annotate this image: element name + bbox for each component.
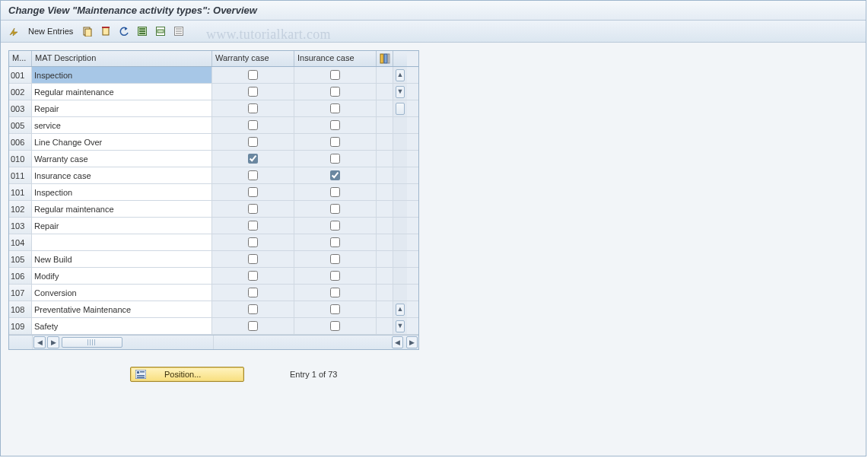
warranty-checkbox[interactable]: [248, 271, 258, 281]
vscroll-up-icon[interactable]: ▲: [396, 69, 405, 81]
cell-desc[interactable]: Inspection: [32, 67, 212, 83]
table-row[interactable]: 006Line Change Over: [9, 134, 418, 151]
cell-desc[interactable]: Conversion: [32, 285, 212, 301]
new-entries-button[interactable]: New Entries: [25, 27, 76, 36]
cell-desc[interactable]: Insurance case: [32, 167, 212, 183]
cell-code[interactable]: 001: [9, 67, 32, 83]
table-row[interactable]: 011Insurance case: [9, 167, 418, 184]
warranty-checkbox[interactable]: [248, 137, 258, 147]
table-row[interactable]: 001Inspection▲: [9, 67, 418, 84]
cell-code[interactable]: 104: [9, 234, 32, 250]
insurance-checkbox[interactable]: [330, 187, 340, 197]
toggle-icon[interactable]: [7, 24, 21, 38]
insurance-checkbox[interactable]: [330, 254, 340, 264]
hscroll-right-icon[interactable]: ▶: [47, 336, 59, 348]
insurance-checkbox[interactable]: [330, 137, 340, 147]
cell-desc[interactable]: Line Change Over: [32, 134, 212, 150]
col-header-ins[interactable]: Insurance case: [294, 51, 377, 66]
cell-code[interactable]: 010: [9, 151, 32, 167]
col-header-warr[interactable]: Warranty case: [212, 51, 294, 66]
table-row[interactable]: 108Preventative Maintenance▲: [9, 301, 418, 318]
warranty-checkbox[interactable]: [248, 288, 258, 297]
table-row[interactable]: 102Regular maintenance: [9, 201, 418, 218]
table-row[interactable]: 105New Build: [9, 251, 418, 268]
insurance-checkbox[interactable]: [330, 103, 340, 113]
cell-code[interactable]: 103: [9, 218, 32, 234]
cell-desc[interactable]: Inspection: [32, 184, 212, 200]
insurance-checkbox[interactable]: [330, 288, 340, 297]
cell-desc[interactable]: Repair: [32, 218, 212, 234]
position-button[interactable]: Position...: [130, 367, 244, 382]
warranty-checkbox[interactable]: [248, 120, 258, 130]
cell-code[interactable]: 105: [9, 251, 32, 267]
hscroll-nav-left-icon[interactable]: ◀: [392, 336, 403, 348]
cell-desc[interactable]: Repair: [32, 100, 212, 116]
warranty-checkbox[interactable]: [248, 204, 258, 214]
warranty-checkbox[interactable]: [248, 170, 258, 180]
insurance-checkbox[interactable]: [330, 271, 340, 281]
vscroll-thumb[interactable]: [396, 103, 405, 115]
cell-desc[interactable]: Modify: [32, 268, 212, 284]
warranty-checkbox[interactable]: [248, 187, 258, 197]
insurance-checkbox[interactable]: [330, 204, 340, 214]
cell-code[interactable]: 106: [9, 268, 32, 284]
cell-code[interactable]: 109: [9, 318, 32, 334]
undo-icon[interactable]: [117, 24, 131, 38]
cell-desc[interactable]: Warranty case: [32, 151, 212, 167]
table-row[interactable]: 010Warranty case: [9, 151, 418, 167]
insurance-checkbox[interactable]: [330, 321, 340, 331]
insurance-checkbox[interactable]: [330, 154, 340, 164]
warranty-checkbox[interactable]: [248, 70, 258, 80]
insurance-checkbox[interactable]: [330, 304, 340, 314]
warranty-checkbox[interactable]: [248, 254, 258, 264]
cell-code[interactable]: 003: [9, 100, 32, 116]
table-row[interactable]: 003Repair: [9, 100, 418, 117]
warranty-checkbox[interactable]: [248, 154, 258, 164]
cell-desc[interactable]: service: [32, 117, 212, 133]
vscroll-down-icon[interactable]: ▼: [396, 320, 405, 332]
insurance-checkbox[interactable]: [330, 170, 340, 180]
warranty-checkbox[interactable]: [248, 237, 258, 247]
insurance-checkbox[interactable]: [330, 221, 340, 231]
cell-code[interactable]: 108: [9, 301, 32, 317]
cell-desc[interactable]: Regular maintenance: [32, 201, 212, 217]
cell-code[interactable]: 005: [9, 117, 32, 133]
hscroll-left-icon[interactable]: ◀: [33, 336, 46, 348]
cell-code[interactable]: 011: [9, 167, 32, 183]
vscroll-up-step-icon[interactable]: ▲: [396, 304, 405, 316]
insurance-checkbox[interactable]: [330, 120, 340, 130]
table-row[interactable]: 002Regular maintenance▼: [9, 84, 418, 100]
warranty-checkbox[interactable]: [248, 87, 258, 97]
insurance-checkbox[interactable]: [330, 87, 340, 97]
table-row[interactable]: 005service: [9, 117, 418, 134]
table-row[interactable]: 107Conversion: [9, 285, 418, 301]
cell-code[interactable]: 102: [9, 201, 32, 217]
delete-icon[interactable]: [99, 24, 113, 38]
col-header-code[interactable]: M...: [9, 51, 32, 66]
table-row[interactable]: 103Repair: [9, 218, 418, 234]
cell-desc[interactable]: Regular maintenance: [32, 84, 212, 100]
insurance-checkbox[interactable]: [330, 237, 340, 247]
hscroll-nav-right-icon[interactable]: ▶: [406, 336, 418, 348]
select-block-icon[interactable]: [154, 24, 167, 38]
hscroll-thumb[interactable]: [62, 337, 122, 348]
warranty-checkbox[interactable]: [248, 221, 258, 231]
insurance-checkbox[interactable]: [330, 70, 340, 80]
warranty-checkbox[interactable]: [248, 304, 258, 314]
deselect-icon[interactable]: [172, 24, 186, 38]
table-row[interactable]: 106Modify: [9, 268, 418, 285]
cell-desc[interactable]: [32, 234, 212, 250]
col-header-desc[interactable]: MAT Description: [32, 51, 212, 66]
table-row[interactable]: 109Safety▼: [9, 318, 418, 335]
cell-code[interactable]: 006: [9, 134, 32, 150]
cell-desc[interactable]: Safety: [32, 318, 212, 334]
table-row[interactable]: 104: [9, 234, 418, 251]
cell-desc[interactable]: Preventative Maintenance: [32, 301, 212, 317]
copy-icon[interactable]: [81, 24, 94, 38]
cell-desc[interactable]: New Build: [32, 251, 212, 267]
configure-columns-icon[interactable]: [377, 51, 393, 66]
vscroll-down-step-icon[interactable]: ▼: [396, 86, 405, 98]
warranty-checkbox[interactable]: [248, 103, 258, 113]
select-all-icon[interactable]: [135, 24, 149, 38]
cell-code[interactable]: 002: [9, 84, 32, 100]
